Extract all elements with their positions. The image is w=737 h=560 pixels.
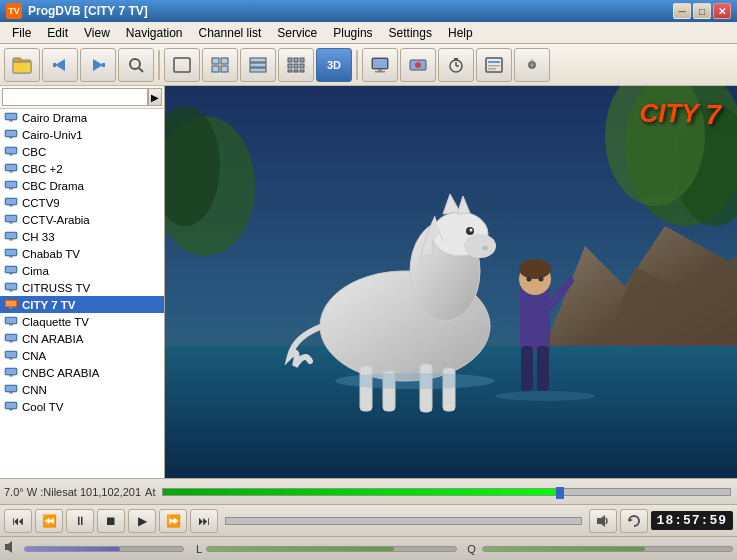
play-prev-button[interactable]: ⏮ — [4, 509, 32, 533]
svg-rect-79 — [6, 318, 16, 323]
menu-plugins[interactable]: Plugins — [325, 24, 380, 42]
toolbar-3d[interactable]: 3D — [316, 48, 352, 82]
svg-rect-56 — [9, 188, 13, 190]
channel-item[interactable]: CITY 7 TV — [0, 296, 164, 313]
channel-item[interactable]: CCTV9 — [0, 194, 164, 211]
svg-rect-71 — [9, 273, 13, 275]
channel-item[interactable]: Cairo-Univ1 — [0, 126, 164, 143]
audio-button[interactable] — [589, 509, 617, 533]
channel-tv-icon — [4, 247, 18, 260]
toolbar-settings[interactable] — [514, 48, 550, 82]
refresh-button[interactable] — [620, 509, 648, 533]
status-bar: 7.0° W :Nilesat 101,102,201 At — [0, 478, 737, 504]
svg-rect-43 — [6, 114, 16, 119]
menu-navigation[interactable]: Navigation — [118, 24, 191, 42]
svg-rect-27 — [373, 59, 387, 68]
progress-bar-container[interactable] — [225, 517, 582, 525]
svg-marker-3 — [55, 59, 65, 71]
volume-bar: L Q — [0, 536, 737, 560]
play-next-button[interactable]: ⏭ — [190, 509, 218, 533]
menu-channel-list[interactable]: Channel list — [191, 24, 270, 42]
svg-rect-65 — [9, 239, 13, 241]
svg-rect-52 — [6, 165, 16, 170]
svg-rect-2 — [13, 58, 21, 62]
channel-item[interactable]: Claquette TV — [0, 313, 164, 330]
quality-l-label: L — [196, 543, 202, 555]
channel-tv-icon — [4, 315, 18, 328]
video-area[interactable]: CITY 7 — [165, 86, 737, 478]
svg-marker-130 — [629, 518, 633, 522]
close-button[interactable]: ✕ — [713, 3, 731, 19]
svg-point-127 — [495, 391, 595, 401]
channel-tv-icon — [4, 128, 18, 141]
toolbar-monitor[interactable] — [362, 48, 398, 82]
pause-button[interactable]: ⏸ — [66, 509, 94, 533]
svg-rect-9 — [174, 58, 190, 72]
menu-edit[interactable]: Edit — [39, 24, 76, 42]
channel-item[interactable]: CBC — [0, 143, 164, 160]
toolbar-view3[interactable] — [240, 48, 276, 82]
quality-track-2[interactable] — [482, 546, 733, 552]
svg-rect-37 — [488, 61, 500, 63]
volume-track[interactable] — [24, 546, 184, 552]
svg-rect-58 — [6, 199, 16, 204]
volume-fill — [25, 547, 120, 551]
toolbar-open[interactable] — [4, 48, 40, 82]
channel-item[interactable]: Cima — [0, 262, 164, 279]
title-bar-controls[interactable]: ─ □ ✕ — [673, 3, 731, 19]
menu-file[interactable]: File — [4, 24, 39, 42]
channel-item[interactable]: CCTV-Arabia — [0, 211, 164, 228]
menu-service[interactable]: Service — [269, 24, 325, 42]
toolbar-record[interactable] — [400, 48, 436, 82]
channel-item[interactable]: CNN — [0, 381, 164, 398]
channel-item[interactable]: CNA — [0, 347, 164, 364]
menu-settings[interactable]: Settings — [381, 24, 440, 42]
menu-help[interactable]: Help — [440, 24, 481, 42]
rewind-button[interactable]: ⏪ — [35, 509, 63, 533]
maximize-button[interactable]: □ — [693, 3, 711, 19]
channel-name: CITY 7 TV — [22, 299, 75, 311]
svg-rect-35 — [454, 58, 458, 60]
toolbar-view2[interactable] — [202, 48, 238, 82]
channel-name: Cairo-Univ1 — [22, 129, 83, 141]
channel-logo-text: CITY 7 — [639, 98, 721, 128]
fast-forward-button[interactable]: ⏩ — [159, 509, 187, 533]
menu-view[interactable]: View — [76, 24, 118, 42]
channel-tv-icon — [4, 213, 18, 226]
toolbar-view4[interactable] — [278, 48, 314, 82]
toolbar-search[interactable] — [118, 48, 154, 82]
channel-item[interactable]: CITRUSS TV — [0, 279, 164, 296]
toolbar-timer[interactable] — [438, 48, 474, 82]
toolbar-back[interactable] — [42, 48, 78, 82]
svg-rect-10 — [212, 58, 219, 64]
toolbar-sep-1 — [158, 50, 160, 80]
svg-rect-125 — [537, 346, 549, 391]
channel-item[interactable]: CBC +2 — [0, 160, 164, 177]
svg-rect-61 — [6, 216, 16, 221]
channel-search-button[interactable]: ▶ — [148, 88, 162, 106]
play-button[interactable]: ▶ — [128, 509, 156, 533]
channel-item[interactable]: CBC Drama — [0, 177, 164, 194]
channel-item[interactable]: Chabab TV — [0, 245, 164, 262]
toolbar-sep-2 — [356, 50, 358, 80]
channel-item[interactable]: Cairo Drama — [0, 109, 164, 126]
toolbar-view1[interactable] — [164, 48, 200, 82]
stop-button[interactable]: ⏹ — [97, 509, 125, 533]
minimize-button[interactable]: ─ — [673, 3, 691, 19]
channel-name: Cima — [22, 265, 49, 277]
channel-item[interactable]: CN ARABIA — [0, 330, 164, 347]
channel-item[interactable]: CNBC ARABIA — [0, 364, 164, 381]
quality-track[interactable] — [206, 546, 457, 552]
svg-rect-20 — [288, 64, 292, 68]
channel-item[interactable]: Cool TV — [0, 398, 164, 415]
quality-q-label: Q — [467, 543, 476, 555]
channel-item[interactable]: CH 33 — [0, 228, 164, 245]
channel-tv-icon — [4, 230, 18, 243]
svg-rect-76 — [6, 301, 16, 306]
toolbar-forward[interactable] — [80, 48, 116, 82]
svg-rect-128 — [597, 518, 601, 524]
svg-rect-46 — [6, 131, 16, 136]
channel-search-input[interactable] — [2, 88, 148, 106]
toolbar-epg[interactable] — [476, 48, 512, 82]
svg-point-108 — [464, 234, 496, 258]
